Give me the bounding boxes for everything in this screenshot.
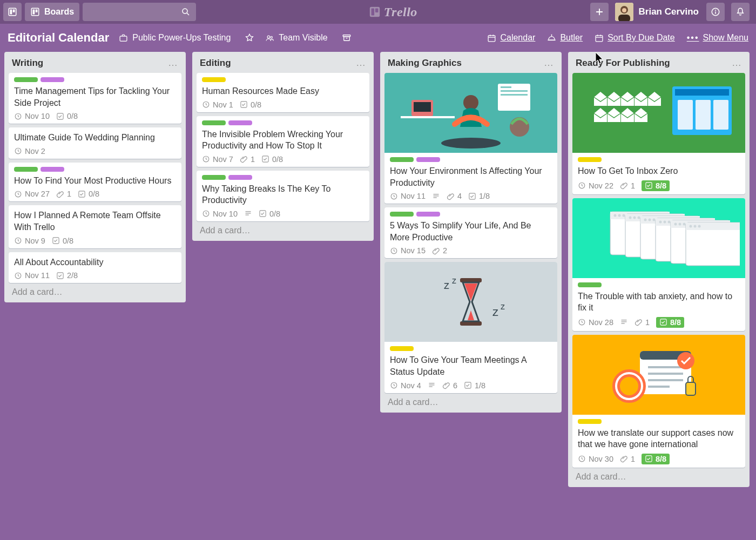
add-card-button[interactable]: Add a card… (384, 393, 557, 408)
info-button[interactable] (706, 3, 725, 21)
clock-icon (14, 272, 22, 280)
list-menu-button[interactable]: … (544, 57, 554, 69)
attachments-badge: 1 (620, 181, 635, 190)
workspace-button[interactable]: Public Power-Ups Testing (119, 33, 231, 43)
board-title[interactable]: Editorial Calendar (8, 31, 109, 45)
label-green[interactable] (14, 167, 38, 172)
card[interactable]: How Your Environment Is Affecting Your P… (384, 73, 557, 204)
label-green[interactable] (14, 77, 38, 82)
due-badge: Nov 27 (14, 190, 50, 198)
card[interactable]: Ultimate Guide To Wedding PlanningNov 2 (9, 127, 181, 159)
list-menu-button[interactable]: … (356, 57, 366, 69)
card-labels (390, 346, 552, 351)
card[interactable]: How To Find Your Most Productive HoursNo… (9, 163, 181, 202)
card[interactable]: All About AccountabilityNov 112/8 (9, 252, 181, 284)
checklist-icon (56, 272, 64, 280)
card[interactable]: How To Get To Inbox ZeroNov 2218/8 (572, 73, 745, 194)
due-badge: Nov 22 (578, 181, 613, 190)
card[interactable]: How I Planned A Remote Team Offsite With… (9, 205, 181, 248)
calendar-label: Calendar (500, 33, 535, 43)
show-menu[interactable]: ••• Show Menu (687, 33, 748, 43)
checklist-icon (468, 192, 476, 200)
notifications-button[interactable] (731, 3, 750, 21)
attachment-icon (240, 155, 248, 163)
card[interactable]: The Trouble with tab anxiety, and how to… (572, 198, 745, 331)
app-logo[interactable]: Trello (369, 5, 417, 19)
svg-rect-28 (548, 39, 556, 40)
label-yellow[interactable] (578, 157, 602, 162)
label-green[interactable] (390, 157, 414, 162)
clock-icon (202, 155, 210, 163)
visibility-button[interactable]: Team Visible (265, 33, 327, 43)
search-icon (181, 7, 191, 17)
description-badge (620, 318, 628, 326)
label-yellow[interactable] (202, 77, 226, 82)
list-title[interactable]: Ready For Publishing (576, 58, 670, 69)
add-card-button[interactable]: Add a card… (572, 468, 745, 483)
checklist-icon (240, 100, 248, 109)
card-labels (14, 167, 176, 172)
label-purple[interactable] (416, 212, 440, 217)
svg-text:z: z (492, 305, 498, 319)
home-button[interactable] (3, 3, 22, 21)
search-input[interactable] (83, 3, 196, 21)
due-badge: Nov 10 (14, 112, 50, 120)
board-icon (30, 7, 40, 17)
svg-rect-84 (713, 100, 728, 130)
card-badges: Nov 710/8 (202, 155, 364, 164)
card[interactable]: Human Resources Made EasyNov 10/8 (197, 73, 369, 112)
list-menu-button[interactable]: … (168, 57, 178, 69)
card-badges: Nov 100/8 (202, 210, 364, 218)
add-card-button[interactable]: Add a card… (9, 283, 181, 298)
label-purple[interactable] (228, 120, 252, 125)
svg-point-109 (674, 222, 677, 225)
label-yellow[interactable] (390, 346, 414, 351)
butler-powerup[interactable]: Butler (547, 33, 583, 43)
username[interactable]: Brian Cervino (639, 6, 699, 17)
star-button[interactable] (241, 30, 258, 46)
label-purple[interactable] (40, 77, 64, 82)
card[interactable]: The Invisible Problem Wrecking Your Prod… (197, 116, 369, 167)
card[interactable]: zzzzHow To Give Your Team Meetings A Sta… (384, 262, 557, 393)
create-button[interactable] (590, 3, 609, 21)
board-canvas[interactable]: Writing…Time Management Tips for Tacklin… (0, 52, 756, 540)
label-yellow[interactable] (578, 419, 602, 424)
card-labels (202, 175, 364, 180)
briefcase-icon (119, 33, 128, 43)
label-green[interactable] (202, 120, 226, 125)
label-green[interactable] (578, 282, 602, 287)
archive-button[interactable] (339, 30, 355, 46)
card[interactable]: How we translate our support cases now t… (572, 335, 745, 468)
list-title[interactable]: Making Graphics (388, 58, 462, 69)
card[interactable]: Why Taking Breaks Is The Key To Producti… (197, 171, 369, 221)
calendar-powerup[interactable]: Calendar (487, 33, 535, 43)
label-green[interactable] (202, 175, 226, 180)
card[interactable]: Time Management Tips for Tackling Your S… (9, 73, 181, 124)
list-title[interactable]: Editing (200, 58, 231, 69)
list-title[interactable]: Writing (12, 58, 43, 69)
label-purple[interactable] (40, 167, 64, 172)
clock-icon (202, 210, 210, 218)
svg-rect-82 (678, 100, 693, 130)
card[interactable]: 5 Ways To Simplify Your Life, And Be Mor… (384, 207, 557, 258)
label-green[interactable] (390, 212, 414, 217)
clock-icon (390, 192, 398, 200)
list-menu-button[interactable]: … (732, 57, 742, 69)
clock-icon (390, 381, 398, 389)
label-purple[interactable] (416, 157, 440, 162)
description-badge (428, 381, 436, 389)
sort-due-date[interactable]: Sort By Due Date (595, 33, 675, 43)
svg-rect-18 (120, 36, 127, 40)
due-badge: Nov 7 (202, 155, 233, 164)
checklist-badge: 0/8 (78, 190, 99, 198)
svg-rect-4 (33, 10, 35, 15)
info-icon (711, 7, 720, 17)
card-badges: Nov 100/8 (14, 112, 176, 120)
svg-point-16 (715, 10, 716, 11)
svg-rect-131 (686, 382, 696, 395)
avatar[interactable] (615, 3, 633, 21)
add-card-button[interactable]: Add a card… (197, 221, 369, 237)
boards-button[interactable]: Boards (25, 3, 79, 21)
label-purple[interactable] (228, 175, 252, 180)
svg-text:z: z (444, 279, 449, 291)
